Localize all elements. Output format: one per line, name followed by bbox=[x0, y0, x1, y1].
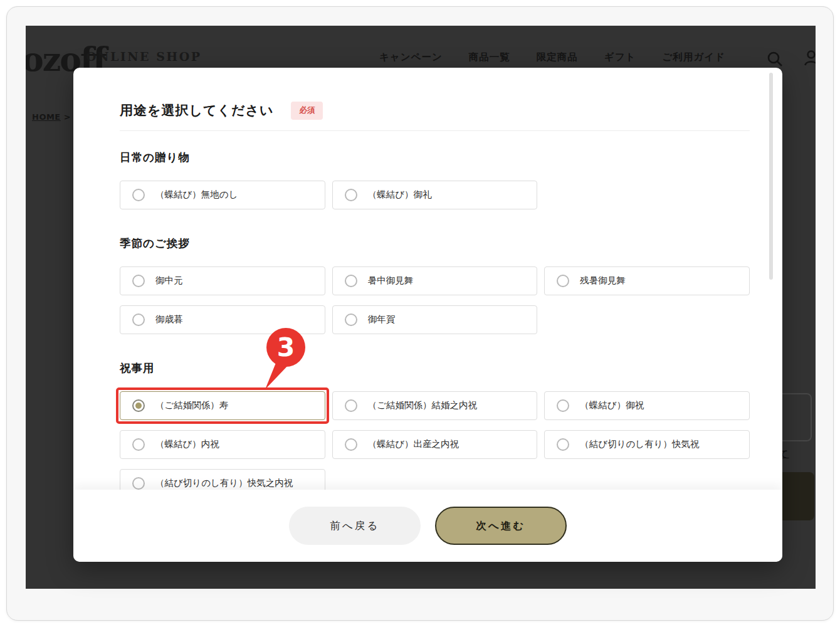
radio-icon bbox=[557, 275, 569, 287]
nav-item-gift[interactable]: ギフト bbox=[604, 51, 636, 64]
radio-icon bbox=[132, 314, 145, 326]
title-divider bbox=[120, 130, 750, 131]
section-seasonal-greetings: 季節のご挨拶 御中元 暑中御見舞 残暑御見舞 bbox=[120, 236, 750, 334]
section-celebration: 祝事用 （ご結婚関係）寿 （ご結婚関係）結婚之内祝 （蝶結び）御祝 bbox=[120, 361, 750, 498]
header-nav: キャンペーン 商品一覧 限定商品 ギフト ご利用ガイド bbox=[379, 51, 725, 64]
modal-footer: 前へ戻る 次へ進む bbox=[73, 490, 782, 562]
radio-option-zansho-mimai[interactable]: 残暑御見舞 bbox=[544, 266, 750, 295]
radio-option-label: （蝶結び）御祝 bbox=[580, 399, 644, 411]
radio-icon bbox=[132, 477, 145, 490]
radio-option-label: （蝶結び）内祝 bbox=[155, 438, 219, 450]
radio-option-birth-uchiiwai[interactable]: （蝶結び）出産之内祝 bbox=[332, 430, 538, 459]
radio-icon bbox=[132, 189, 145, 201]
next-button[interactable]: 次へ進む bbox=[435, 507, 567, 545]
required-badge: 必須 bbox=[291, 102, 323, 120]
account-icon[interactable] bbox=[803, 50, 816, 66]
section-daily-gifts: 日常の贈り物 （蝶結び）無地のし （蝶結び）御礼 bbox=[120, 150, 750, 209]
section-heading: 祝事用 bbox=[120, 361, 750, 376]
radio-option-wedding-uchiiwai[interactable]: （ご結婚関係）結婚之内祝 bbox=[332, 391, 538, 420]
radio-option-label: （結び切りのし有り）快気祝 bbox=[580, 438, 699, 450]
radio-option-oseibo[interactable]: 御歳暮 bbox=[120, 305, 325, 334]
option-grid: （蝶結び）無地のし （蝶結び）御礼 bbox=[120, 181, 750, 209]
radio-option-label: （蝶結び）無地のし bbox=[155, 189, 238, 201]
nav-item-campaign[interactable]: キャンペーン bbox=[379, 51, 443, 64]
radio-option-onenga[interactable]: 御年賀 bbox=[332, 305, 538, 334]
modal-title: 用途を選択してください bbox=[120, 102, 273, 119]
radio-option-kotobuki-selected[interactable]: （ご結婚関係）寿 bbox=[120, 391, 325, 420]
back-button[interactable]: 前へ戻る bbox=[289, 507, 421, 545]
radio-option-oiwai[interactable]: （蝶結び）御祝 bbox=[544, 391, 750, 420]
radio-icon bbox=[557, 438, 569, 451]
search-icon[interactable] bbox=[767, 51, 783, 67]
radio-option-label: 暑中御見舞 bbox=[368, 275, 414, 287]
radio-option-label: （結び切りのし有り）快気之内祝 bbox=[155, 477, 293, 489]
section-heading: 季節のご挨拶 bbox=[120, 236, 750, 251]
purpose-select-modal: 用途を選択してください 必須 日常の贈り物 （蝶結び）無地のし （蝶結び）御礼 bbox=[73, 68, 782, 562]
radio-icon bbox=[345, 399, 357, 412]
radio-option-label: （ご結婚関係）寿 bbox=[155, 399, 228, 411]
radio-option-label: 御歳暮 bbox=[155, 314, 183, 325]
breadcrumb-home-link[interactable]: HOME bbox=[32, 112, 61, 122]
option-grid: （ご結婚関係）寿 （ご結婚関係）結婚之内祝 （蝶結び）御祝 （蝶結び）内祝 bbox=[120, 391, 750, 498]
browser-card: ozoff ONLINE SHOP キャンペーン 商品一覧 限定商品 ギフト ご… bbox=[6, 6, 834, 621]
radio-option-label: （ご結婚関係）結婚之内祝 bbox=[368, 399, 477, 411]
radio-option-shochu-mimai[interactable]: 暑中御見舞 bbox=[332, 266, 538, 295]
radio-icon bbox=[345, 438, 357, 451]
nav-item-limited[interactable]: 限定商品 bbox=[537, 51, 578, 64]
radio-option-plain-noshi[interactable]: （蝶結び）無地のし bbox=[120, 181, 325, 209]
radio-option-orei[interactable]: （蝶結び）御礼 bbox=[332, 181, 538, 209]
breadcrumb-separator: > bbox=[64, 112, 71, 122]
radio-icon bbox=[557, 399, 569, 412]
nav-item-guide[interactable]: ご利用ガイド bbox=[662, 51, 725, 64]
radio-option-ochugen[interactable]: 御中元 bbox=[120, 266, 325, 295]
radio-option-label: 残暑御見舞 bbox=[580, 275, 626, 287]
radio-option-label: （蝶結び）出産之内祝 bbox=[368, 438, 459, 450]
breadcrumb: HOME > bbox=[32, 112, 71, 122]
radio-option-uchiiwai[interactable]: （蝶結び）内祝 bbox=[120, 430, 325, 459]
shop-logo-tagline: ONLINE SHOP bbox=[86, 50, 202, 63]
radio-icon bbox=[345, 314, 357, 326]
radio-option-label: 御中元 bbox=[155, 275, 183, 287]
radio-icon bbox=[345, 189, 357, 201]
modal-scroll-area: 用途を選択してください 必須 日常の贈り物 （蝶結び）無地のし （蝶結び）御礼 bbox=[73, 68, 782, 562]
modal-title-row: 用途を選択してください 必須 bbox=[120, 102, 750, 120]
radio-option-label: 御年賀 bbox=[368, 314, 396, 325]
section-heading: 日常の贈り物 bbox=[120, 150, 750, 165]
radio-icon bbox=[132, 438, 145, 451]
option-grid: 御中元 暑中御見舞 残暑御見舞 御歳暮 bbox=[120, 266, 750, 334]
radio-icon bbox=[345, 275, 357, 287]
modal-scrollbar[interactable] bbox=[769, 73, 773, 280]
radio-selected-icon bbox=[132, 399, 145, 412]
radio-icon bbox=[132, 275, 145, 287]
radio-option-kaiki-iwai[interactable]: （結び切りのし有り）快気祝 bbox=[544, 430, 750, 459]
nav-item-products[interactable]: 商品一覧 bbox=[469, 51, 510, 64]
radio-option-label: （蝶結び）御礼 bbox=[368, 189, 432, 201]
